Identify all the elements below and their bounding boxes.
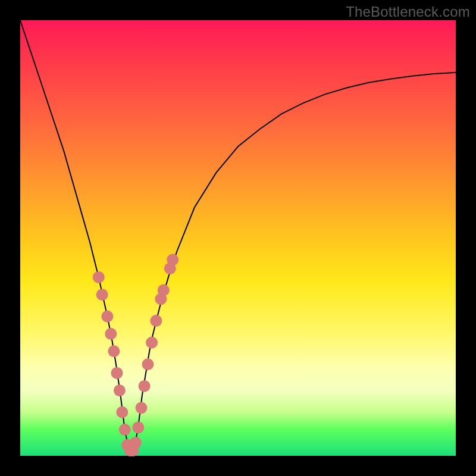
- bead-marker: [119, 424, 131, 436]
- bead-marker: [158, 284, 170, 296]
- bead-marker: [146, 337, 158, 349]
- bead-marker: [108, 345, 120, 357]
- bead-marker: [150, 315, 162, 327]
- bead-marker: [136, 402, 148, 414]
- bead-marker: [139, 380, 151, 392]
- chart-frame: TheBottleneck.com: [0, 0, 476, 476]
- bottleneck-curve: [20, 20, 456, 452]
- bead-marker: [96, 289, 108, 300]
- chart-plot-area: [20, 20, 456, 456]
- bead-marker: [93, 271, 105, 283]
- bead-marker: [105, 328, 117, 340]
- bead-marker: [116, 406, 128, 418]
- bead-marker: [111, 367, 123, 379]
- bead-marker: [130, 437, 142, 449]
- bead-marker: [132, 421, 144, 433]
- bead-marker: [167, 254, 178, 266]
- bead-marker: [142, 358, 154, 370]
- chart-svg: [20, 20, 456, 456]
- bead-marker: [101, 311, 113, 322]
- watermark-text: TheBottleneck.com: [346, 4, 470, 20]
- bead-marker: [114, 384, 126, 396]
